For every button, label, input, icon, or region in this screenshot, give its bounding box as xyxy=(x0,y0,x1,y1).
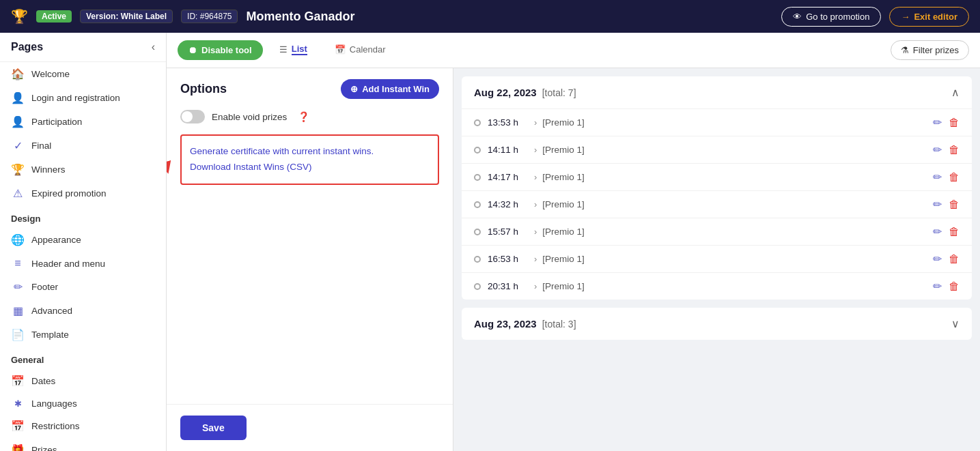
delete-button[interactable]: 🗑 xyxy=(949,171,960,184)
sidebar-item-label: Footer xyxy=(31,282,155,292)
filter-prizes-button[interactable]: ⚗ Filter prizes xyxy=(891,40,969,60)
date-group-1: Aug 22, 2023 [total: 7] ∧ 13:53 h › [Pre… xyxy=(462,76,972,300)
save-button[interactable]: Save xyxy=(180,416,247,440)
edit-button[interactable]: ✏ xyxy=(933,225,942,238)
sidebar-item-expired[interactable]: ⚠ Expired promotion xyxy=(0,181,166,205)
chevron-down-icon: ∨ xyxy=(951,317,960,330)
sidebar-item-login[interactable]: 👤 Login and registration xyxy=(0,86,166,110)
sidebar-item-header[interactable]: ≡ Header and menu xyxy=(0,252,166,275)
sidebar-item-winners[interactable]: 🏆 Winners xyxy=(0,158,166,181)
row-actions: ✏ 🗑 xyxy=(933,280,960,293)
filter-icon: ⚗ xyxy=(901,45,909,55)
download-csv-link[interactable]: Download Instant Wins (CSV) xyxy=(190,160,430,175)
sidebar-item-label: Welcome xyxy=(31,69,155,79)
time-row: 13:53 h › [Premio 1] ✏ 🗑 xyxy=(462,108,972,136)
chevron-right-icon: › xyxy=(534,117,537,128)
sidebar-title: Pages xyxy=(11,41,43,53)
edit-button[interactable]: ✏ xyxy=(933,252,942,265)
page-title: Momento Ganador xyxy=(246,10,773,24)
row-actions: ✏ 🗑 xyxy=(933,143,960,156)
edit-button[interactable]: ✏ xyxy=(933,171,942,184)
time-dot xyxy=(474,256,481,263)
sidebar-item-advanced[interactable]: ▦ Advanced xyxy=(0,299,166,323)
enable-void-toggle[interactable] xyxy=(180,110,205,123)
date-group-1-header[interactable]: Aug 22, 2023 [total: 7] ∧ xyxy=(462,76,972,108)
chevron-right-icon: › xyxy=(534,227,537,237)
language-icon: ✱ xyxy=(11,398,25,409)
date-group-1-total: [total: 7] xyxy=(542,87,576,98)
menu-icon: ≡ xyxy=(11,257,25,270)
generate-certificate-link[interactable]: Generate certificate with current instan… xyxy=(190,144,430,160)
time-value: 16:53 h xyxy=(488,254,529,264)
date-group-2-header[interactable]: Aug 23, 2023 [total: 3] ∨ xyxy=(462,308,972,340)
exit-icon: → xyxy=(901,12,910,22)
sidebar-item-languages[interactable]: ✱ Languages xyxy=(0,393,166,414)
calendar2-icon: 📅 xyxy=(335,44,346,55)
design-section-label: Design xyxy=(0,205,166,228)
time-value: 14:11 h xyxy=(488,145,529,155)
goto-promotion-button[interactable]: 👁 Go to promotion xyxy=(781,7,881,27)
edit-icon: ✏ xyxy=(11,280,25,293)
delete-button[interactable]: 🗑 xyxy=(949,225,960,238)
sidebar-item-footer[interactable]: ✏ Footer xyxy=(0,275,166,299)
sidebar-collapse-button[interactable]: ‹ xyxy=(152,41,155,53)
time-value: 14:32 h xyxy=(488,199,529,209)
date-group-2: Aug 23, 2023 [total: 3] ∨ xyxy=(462,308,972,340)
edit-button[interactable]: ✏ xyxy=(933,116,942,129)
sidebar-header: Pages ‹ xyxy=(0,33,166,62)
sidebar-item-label: Advanced xyxy=(31,306,155,316)
time-value: 15:57 h xyxy=(488,227,529,237)
sidebar-item-label: Prizes xyxy=(31,445,155,451)
time-row: 16:53 h › [Premio 1] ✏ 🗑 xyxy=(462,245,972,272)
prize-icon: 🎁 xyxy=(11,443,25,451)
warning-icon: ⚠ xyxy=(11,187,25,200)
sidebar: Pages ‹ 🏠 Welcome 👤 Login and registrati… xyxy=(0,33,167,451)
left-panel: Options ⊕ Add Instant Win Enable void pr… xyxy=(167,68,453,451)
date-group-2-date: Aug 23, 2023 xyxy=(474,318,537,330)
sidebar-item-template[interactable]: 📄 Template xyxy=(0,323,166,347)
sidebar-item-prizes[interactable]: 🎁 Prizes xyxy=(0,438,166,451)
sidebar-item-appearance[interactable]: 🌐 Appearance xyxy=(0,228,166,252)
exit-editor-button[interactable]: → Exit editor xyxy=(889,7,969,27)
enable-void-label: Enable void prizes xyxy=(212,112,287,122)
delete-button[interactable]: 🗑 xyxy=(949,252,960,265)
sidebar-item-participation[interactable]: 👤 Participation xyxy=(0,110,166,134)
active-badge: Active xyxy=(36,10,72,23)
disable-tool-button[interactable]: ⏺ Disable tool xyxy=(178,40,263,60)
tab-calendar-button[interactable]: 📅 Calendar xyxy=(324,40,397,61)
edit-button[interactable]: ✏ xyxy=(933,198,942,211)
sidebar-item-dates[interactable]: 📅 Dates xyxy=(0,369,166,393)
add-instant-win-button[interactable]: ⊕ Add Instant Win xyxy=(341,79,439,99)
sidebar-item-label: Header and menu xyxy=(31,259,155,269)
list-icon: ☰ xyxy=(279,44,288,55)
time-dot xyxy=(474,119,481,126)
prize-label: [Premio 1] xyxy=(542,145,933,155)
trophy2-icon: 🏆 xyxy=(11,163,25,176)
time-dot xyxy=(474,229,481,235)
id-badge: ID: #964875 xyxy=(181,10,238,23)
sidebar-item-welcome[interactable]: 🏠 Welcome xyxy=(0,62,166,86)
edit-button[interactable]: ✏ xyxy=(933,143,942,156)
time-dot xyxy=(474,283,481,290)
sidebar-item-final[interactable]: ✓ Final xyxy=(0,134,166,158)
split-panel: Options ⊕ Add Instant Win Enable void pr… xyxy=(167,68,980,451)
grid-icon: ▦ xyxy=(11,304,25,317)
delete-button[interactable]: 🗑 xyxy=(949,116,960,129)
plus-icon: ⊕ xyxy=(350,84,358,94)
delete-button[interactable]: 🗑 xyxy=(949,198,960,211)
sidebar-item-restrictions[interactable]: 📅 Restrictions xyxy=(0,414,166,438)
eye-icon: 👁 xyxy=(793,12,802,22)
help-icon: ❓ xyxy=(298,111,309,122)
time-row: 14:11 h › [Premio 1] ✏ 🗑 xyxy=(462,136,972,163)
date-group-2-total: [total: 3] xyxy=(542,319,576,330)
options-title: Options xyxy=(180,82,227,96)
time-row: 14:32 h › [Premio 1] ✏ 🗑 xyxy=(462,190,972,218)
check-icon: ✓ xyxy=(11,139,25,152)
edit-button[interactable]: ✏ xyxy=(933,280,942,293)
delete-button[interactable]: 🗑 xyxy=(949,280,960,293)
home-icon: 🏠 xyxy=(11,68,25,81)
toolbar: ⏺ Disable tool ☰ List 📅 Calendar ⚗ Filte… xyxy=(167,33,980,68)
delete-button[interactable]: 🗑 xyxy=(949,143,960,156)
prize-label: [Premio 1] xyxy=(542,199,933,209)
tab-list-button[interactable]: ☰ List xyxy=(268,39,318,61)
